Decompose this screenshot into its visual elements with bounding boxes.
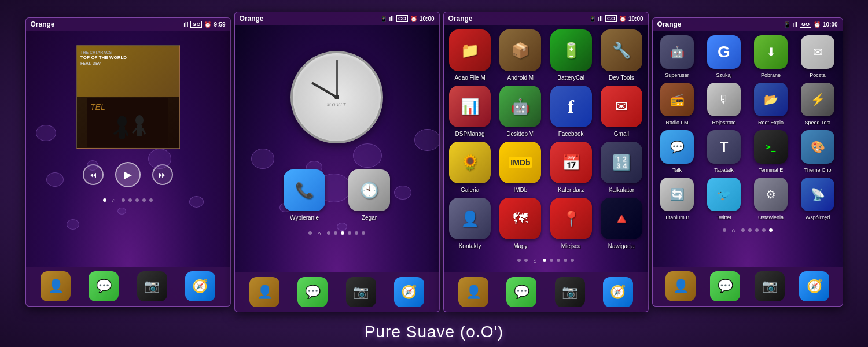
carrier-1: Orange (31, 20, 55, 28)
app-zegar[interactable]: 🕙 Zegar (348, 169, 390, 221)
dot4-6 (769, 228, 773, 232)
app-dsp[interactable]: 📊 DSPManag (446, 86, 494, 137)
dock-camera-3[interactable]: 📷 (555, 277, 585, 307)
dock-contacts-3[interactable]: 👤 (458, 277, 488, 307)
android-label: Android M (507, 75, 534, 81)
dot3-6 (564, 259, 567, 262)
app-facebook[interactable]: f Facebook (547, 86, 595, 137)
dock-contacts-1[interactable]: 👤 (41, 271, 71, 301)
app-desktop[interactable]: 🤖 Desktop Vi (496, 86, 545, 137)
dock-browser-4[interactable]: 🧭 (799, 271, 829, 301)
app-gmail[interactable]: ✉ Gmail (597, 86, 645, 137)
alarm-icon-4: ⏰ (814, 21, 821, 28)
imdb-icon: IMDb (499, 142, 541, 183)
app-miejsca[interactable]: 📍 Miejsca (547, 198, 595, 249)
adao-icon: 📁 (449, 29, 491, 71)
album-top: THE CATARACS TOP OF THE WORLD FEAT. DEV (77, 46, 179, 97)
dock-messages-2[interactable]: 💬 (297, 277, 328, 307)
dock-messages-1[interactable]: 💬 (89, 271, 119, 301)
home-dot-4[interactable]: ⌂ (730, 226, 738, 234)
app-ustawienia[interactable]: ⚙ Ustawienia (749, 178, 793, 220)
miejsca-icon: 📍 (550, 198, 592, 239)
desktop-icon: 🤖 (499, 86, 541, 127)
app-themecho[interactable]: 🎨 Theme Cho (796, 130, 840, 173)
dot2-7 (362, 231, 365, 235)
ustawienia-icon: ⚙ (754, 178, 788, 211)
devtools-label: Dev Tools (609, 75, 634, 81)
app-mapy[interactable]: 🗺 Mapy (496, 198, 545, 249)
rootex-icon: 📂 (754, 83, 788, 116)
dock-contacts-2[interactable]: 👤 (249, 277, 279, 307)
speedtest-icon: ⚡ (801, 83, 834, 116)
dot2-1 (308, 231, 312, 235)
twitter-icon: 🐦 (707, 178, 741, 211)
wybieranie-label: Wybieranie (290, 215, 319, 221)
lte-badge-4: GO (800, 21, 811, 28)
app-android[interactable]: 📦 Android M (496, 29, 545, 81)
zegar-icon: 🕙 (348, 169, 390, 211)
superuser-label: Superuser (665, 72, 689, 78)
android-icon: 📦 (499, 29, 541, 71)
app-poczta[interactable]: ✉ Poczta (796, 35, 840, 78)
signal-icon-1: ıll (183, 21, 188, 28)
dot3-4 (550, 259, 553, 262)
dock-contacts-4[interactable]: 👤 (665, 271, 696, 301)
dot3-7 (571, 259, 574, 262)
app-terminal[interactable]: >_ Terminal E (749, 130, 793, 173)
dot2-4 (341, 231, 344, 235)
dot2-3 (334, 231, 337, 235)
dot4-1 (723, 228, 726, 232)
app-kontakty[interactable]: 👤 Kontakty (446, 198, 494, 249)
app-twitter[interactable]: 🐦 Twitter (702, 178, 746, 220)
app-galeria[interactable]: 🌻 Galeria (446, 142, 494, 193)
signal-icon-2: ıll (389, 16, 394, 22)
app-adao[interactable]: 📁 Adao File M (446, 29, 494, 81)
app-rootex[interactable]: 📂 Root Explo (749, 83, 793, 125)
wspolrze-icon: 📡 (801, 178, 834, 211)
dock-browser-1[interactable]: 🧭 (185, 271, 215, 301)
tapatalk-icon: T (707, 130, 741, 164)
svg-rect-7 (137, 125, 142, 136)
app-battery[interactable]: 🔋 BatteryCal (547, 29, 595, 81)
app-speedtest[interactable]: ⚡ Speed Test (796, 83, 840, 125)
dock-camera-2[interactable]: 📷 (346, 277, 376, 307)
status-right-4: 📱 ıll GO ⏰ 10:00 (784, 21, 838, 28)
app-kalkul[interactable]: 🔢 Kalkulator (597, 142, 645, 193)
kontakty-label: Kontakty (459, 243, 481, 249)
superuser-icon: 🤖 (660, 35, 694, 69)
ustawienia-label: Ustawienia (758, 215, 784, 220)
album-text: THE CATARACS TOP OF THE WORLD FEAT. DEV (80, 50, 127, 67)
app-imdb[interactable]: IMDb IMDb (496, 142, 545, 193)
app-pobrane[interactable]: ⬇ Pobrane (749, 35, 793, 78)
pobrane-label: Pobrane (761, 72, 781, 78)
dock-camera-4[interactable]: 📷 (755, 271, 785, 301)
app-talk[interactable]: 💬 Talk (655, 130, 700, 173)
dsp-label: DSPManag (455, 131, 485, 137)
status-bar-2: Orange 📱 ıll GO ⏰ 10:00 (235, 12, 439, 25)
app-tapatalk[interactable]: T Tapatalk (702, 130, 746, 173)
app-wspolrze[interactable]: 📡 Współrzęd (796, 178, 840, 220)
app-superuser[interactable]: 🤖 Superuser (655, 35, 700, 78)
google-g: G (718, 43, 730, 61)
analog-clock: MOVIT (290, 51, 383, 143)
themecho-icon: 🎨 (801, 130, 834, 164)
app-wybieranie[interactable]: 📞 Wybieranie (284, 169, 325, 221)
dock-camera-1[interactable]: 📷 (137, 271, 167, 301)
dock-messages-3[interactable]: 💬 (506, 277, 536, 307)
facebook-label: Facebook (558, 131, 584, 137)
carrier-2: Orange (240, 14, 264, 23)
app-titanium[interactable]: 🔄 Titanium B (655, 178, 700, 220)
dock-browser-2[interactable]: 🧭 (394, 277, 424, 307)
app-radio[interactable]: 📻 Radio FM (655, 83, 700, 125)
dock-messages-4[interactable]: 💬 (710, 271, 740, 301)
app-kalen[interactable]: 📅 Kalendarz (547, 142, 595, 193)
app-rejestrato[interactable]: 🎙 Rejestrato (702, 83, 746, 125)
app-nawi[interactable]: 🔺 Nawigacja (597, 198, 645, 249)
album-bottom: TEL (77, 97, 179, 148)
home-dot-3[interactable]: ⌂ (531, 256, 539, 264)
galeria-icon: 🌻 (449, 142, 491, 183)
dock-browser-3[interactable]: 🧭 (603, 277, 633, 307)
app-szukaj[interactable]: G Szukaj (702, 35, 746, 78)
app-devtools[interactable]: 🔧 Dev Tools (597, 29, 645, 81)
home-dot-2[interactable]: ⌂ (315, 229, 323, 237)
